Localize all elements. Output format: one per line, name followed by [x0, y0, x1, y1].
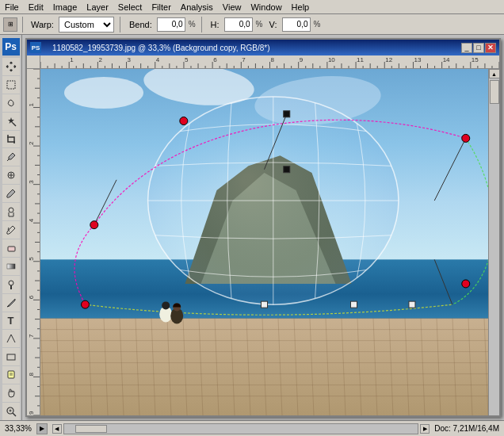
- win-close-button[interactable]: ✕: [485, 43, 496, 53]
- tool-eyedropper[interactable]: [2, 148, 20, 166]
- tool-shape[interactable]: [2, 348, 20, 365]
- toolbar: Ps: [0, 35, 22, 420]
- svg-rect-7: [8, 247, 15, 251]
- main-area: Ps: [0, 35, 504, 420]
- ruler-corner: [27, 55, 40, 69]
- menu-layer[interactable]: Layer: [82, 2, 113, 13]
- warp-label: Warp:: [31, 20, 54, 29]
- h-input[interactable]: [224, 17, 253, 32]
- ruler-top: [40, 55, 499, 69]
- doc-title: 1180582_19953739.jpg @ 33,3% (Background…: [52, 44, 460, 52]
- menu-edit[interactable]: Edit: [24, 2, 48, 13]
- tool-notes[interactable]: [2, 366, 20, 384]
- doc-titlebar: PS 1180582_19953739.jpg @ 33,3% (Backgro…: [27, 40, 499, 55]
- options-bar: ⊞ Warp: CustomArcArchBulge FlagWaveFishI…: [0, 14, 504, 35]
- tool-type[interactable]: T: [2, 312, 20, 330]
- win-minimize-button[interactable]: _: [461, 43, 472, 53]
- tool-magic-wand[interactable]: [2, 113, 20, 130]
- h-percent: %: [256, 20, 263, 29]
- svg-line-16: [13, 413, 16, 416]
- tool-lasso[interactable]: [2, 94, 20, 112]
- tool-healing[interactable]: [2, 166, 20, 184]
- scroll-thumb-v[interactable]: [490, 80, 499, 104]
- svg-rect-11: [7, 354, 15, 360]
- svg-line-2: [7, 159, 9, 161]
- ruler-top-row: [27, 55, 499, 69]
- tool-zoom[interactable]: [2, 403, 20, 420]
- scroll-right-button[interactable]: ▶: [420, 424, 430, 434]
- options-icon: ⊞: [3, 17, 17, 32]
- type-icon-letter: T: [8, 315, 14, 327]
- tool-brush[interactable]: [2, 185, 20, 202]
- v-label: V:: [269, 20, 277, 29]
- menu-file[interactable]: File: [0, 2, 24, 13]
- menu-window[interactable]: Window: [246, 2, 286, 13]
- tool-gradient[interactable]: [2, 258, 20, 275]
- v-input[interactable]: [282, 17, 311, 32]
- ps-logo: Ps: [2, 38, 20, 55]
- scroll-thumb-h[interactable]: [75, 425, 107, 433]
- canvas-wrap: ▲: [27, 55, 499, 415]
- tool-eraser[interactable]: [2, 239, 20, 257]
- status-arrow[interactable]: ▶: [36, 423, 48, 434]
- menu-analysis[interactable]: Analysis: [176, 2, 218, 13]
- bend-input[interactable]: [157, 17, 185, 32]
- statusbar: 33,33% ▶ ◀ ▶ Doc: 7,21M/16,4M: [0, 420, 504, 436]
- v-percent: %: [314, 20, 321, 29]
- svg-rect-8: [7, 264, 15, 269]
- zoom-level: 33,33%: [5, 424, 32, 433]
- svg-rect-0: [7, 81, 15, 89]
- warp-select[interactable]: CustomArcArchBulge FlagWaveFishInflate: [59, 17, 114, 33]
- h-label: H:: [211, 20, 220, 29]
- tool-pen[interactable]: [2, 294, 20, 312]
- scrollbar-horizontal[interactable]: [63, 423, 418, 434]
- tool-history-brush[interactable]: [2, 221, 20, 239]
- scroll-left-button[interactable]: ◀: [52, 424, 62, 434]
- svg-point-6: [9, 208, 13, 212]
- menu-image[interactable]: Image: [48, 2, 82, 13]
- tool-path-selection[interactable]: [2, 330, 20, 347]
- svg-rect-12: [8, 371, 14, 378]
- menubar: File Edit Image Layer Select Filter Anal…: [0, 0, 504, 14]
- win-maximize-button[interactable]: □: [473, 43, 484, 53]
- ruler-left: [27, 69, 40, 415]
- menu-help[interactable]: Help: [287, 2, 315, 13]
- tool-move[interactable]: [2, 58, 20, 75]
- svg-line-1: [13, 123, 16, 126]
- svg-point-9: [9, 281, 13, 285]
- tool-crop[interactable]: [2, 131, 20, 148]
- bend-percent: %: [189, 20, 196, 29]
- menu-view[interactable]: View: [218, 2, 246, 13]
- tool-marquee[interactable]: [2, 76, 20, 94]
- bend-label: Bend:: [129, 20, 152, 29]
- menu-filter[interactable]: Filter: [147, 2, 175, 13]
- scroll-up-button[interactable]: ▲: [489, 69, 500, 78]
- tool-clone[interactable]: [2, 203, 20, 220]
- doc-info: Doc: 7,21M/16,4M: [434, 424, 499, 433]
- canvas-container[interactable]: [40, 69, 488, 415]
- document-window: PS 1180582_19953739.jpg @ 33,3% (Backgro…: [25, 38, 501, 417]
- menu-select[interactable]: Select: [113, 2, 147, 13]
- scrollbar-vertical[interactable]: ▲: [488, 69, 499, 415]
- tool-hand[interactable]: [2, 384, 20, 402]
- canvas-row: ▲: [27, 69, 499, 415]
- doc-icon: PS: [30, 42, 41, 53]
- tool-dodge[interactable]: [2, 276, 20, 293]
